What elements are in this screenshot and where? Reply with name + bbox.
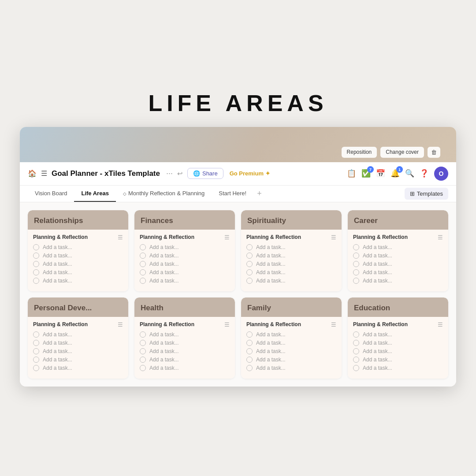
task-item[interactable]: Add a task... [140,269,230,275]
task-checkbox[interactable] [246,261,253,267]
tab-add[interactable]: + [253,186,265,202]
task-checkbox[interactable] [33,278,39,284]
task-item[interactable]: Add a task... [33,253,123,259]
calendar-icon[interactable]: 📅 [376,169,385,178]
task-checkbox[interactable] [246,348,253,354]
task-item[interactable]: Add a task... [353,244,443,250]
task-item[interactable]: Add a task... [246,357,336,363]
task-checkbox[interactable] [33,253,39,259]
search-icon[interactable]: 🔍 [405,169,414,178]
home-icon[interactable]: 🏠 [28,169,37,178]
task-checkbox[interactable] [353,253,359,259]
task-item[interactable]: Add a task... [353,331,443,338]
task-item[interactable]: Add a task... [353,348,443,354]
task-item[interactable]: Add a task... [33,357,123,363]
task-checkbox[interactable] [33,340,39,346]
task-item[interactable]: Add a task... [246,340,336,346]
task-checkbox[interactable] [33,269,39,275]
task-checkbox[interactable] [246,331,253,338]
tab-start-here[interactable]: Start Here! [212,186,253,202]
task-checkbox[interactable] [353,331,359,338]
task-checkbox[interactable] [33,357,39,363]
task-checkbox[interactable] [353,244,359,250]
task-item[interactable]: Add a task... [33,244,123,250]
task-item[interactable]: Add a task... [246,365,336,371]
trash-button[interactable]: 🗑 [428,147,440,158]
task-item[interactable]: Add a task... [140,340,230,346]
task-checkbox[interactable] [140,348,146,354]
task-item[interactable]: Add a task... [140,253,230,259]
task-checkbox[interactable] [353,348,359,354]
premium-button[interactable]: Go Premium ✦ [230,170,270,177]
task-item[interactable]: Add a task... [246,261,336,267]
reposition-button[interactable]: Reposition [342,147,377,158]
task-checkbox[interactable] [246,357,253,363]
task-item[interactable]: Add a task... [353,261,443,267]
task-checkbox[interactable] [140,340,146,346]
task-item[interactable]: Add a task... [353,365,443,371]
task-item[interactable]: Add a task... [33,340,123,346]
undo-button[interactable]: ↩ [177,170,183,178]
help-icon[interactable]: ❓ [420,169,429,178]
task-checkbox[interactable] [246,365,253,371]
task-item[interactable]: Add a task... [33,269,123,275]
task-item[interactable]: Add a task... [33,348,123,354]
task-checkbox[interactable] [33,365,39,371]
task-item[interactable]: Add a task... [353,357,443,363]
tab-vision-board[interactable]: Vision Board [28,186,74,202]
task-checkbox[interactable] [353,278,359,284]
templates-button[interactable]: ⊞ Templates [405,188,448,200]
task-item[interactable]: Add a task... [353,269,443,275]
task-item[interactable]: Add a task... [246,348,336,354]
task-item[interactable]: Add a task... [140,331,230,338]
task-item[interactable]: Add a task... [246,253,336,259]
tab-life-areas[interactable]: Life Areas [74,186,115,202]
task-checkbox[interactable] [140,253,146,259]
task-checkbox[interactable] [353,261,359,267]
task-item[interactable]: Add a task... [353,278,443,284]
task-item[interactable]: Add a task... [140,278,230,284]
checklist-icon[interactable]: ✅ 7 [361,169,371,178]
task-item[interactable]: Add a task... [140,244,230,250]
task-item[interactable]: Add a task... [140,348,230,354]
task-checkbox[interactable] [33,348,39,354]
task-item[interactable]: Add a task... [353,340,443,346]
more-button[interactable]: ··· [166,169,173,178]
task-checkbox[interactable] [140,365,146,371]
task-checkbox[interactable] [33,261,39,267]
task-checkbox[interactable] [140,269,146,275]
task-item[interactable]: Add a task... [140,261,230,267]
avatar[interactable]: O [434,167,448,181]
task-checkbox[interactable] [246,269,253,275]
task-checkbox[interactable] [140,244,146,250]
task-checkbox[interactable] [33,244,39,250]
task-item[interactable]: Add a task... [33,261,123,267]
task-item[interactable]: Add a task... [246,244,336,250]
change-cover-button[interactable]: Change cover [380,147,424,158]
task-checkbox[interactable] [353,365,359,371]
task-item[interactable]: Add a task... [353,253,443,259]
task-item[interactable]: Add a task... [246,269,336,275]
task-item[interactable]: Add a task... [33,278,123,284]
task-item[interactable]: Add a task... [246,331,336,338]
task-item[interactable]: Add a task... [140,365,230,371]
task-icon[interactable]: 📋 [347,169,356,178]
menu-icon[interactable]: ☰ [41,169,47,178]
task-item[interactable]: Add a task... [140,357,230,363]
task-checkbox[interactable] [246,244,253,250]
task-checkbox[interactable] [33,331,39,338]
task-checkbox[interactable] [353,340,359,346]
task-checkbox[interactable] [353,269,359,275]
task-checkbox[interactable] [353,357,359,363]
tab-monthly-reflection[interactable]: ◇Monthly Reflection & Planning [116,186,212,202]
task-item[interactable]: Add a task... [33,331,123,338]
task-checkbox[interactable] [140,278,146,284]
task-checkbox[interactable] [246,278,253,284]
task-checkbox[interactable] [140,357,146,363]
task-checkbox[interactable] [246,253,253,259]
task-item[interactable]: Add a task... [246,278,336,284]
share-button[interactable]: 🌐 Share [187,168,223,179]
task-checkbox[interactable] [140,261,146,267]
task-item[interactable]: Add a task... [33,365,123,371]
task-checkbox[interactable] [140,331,146,338]
